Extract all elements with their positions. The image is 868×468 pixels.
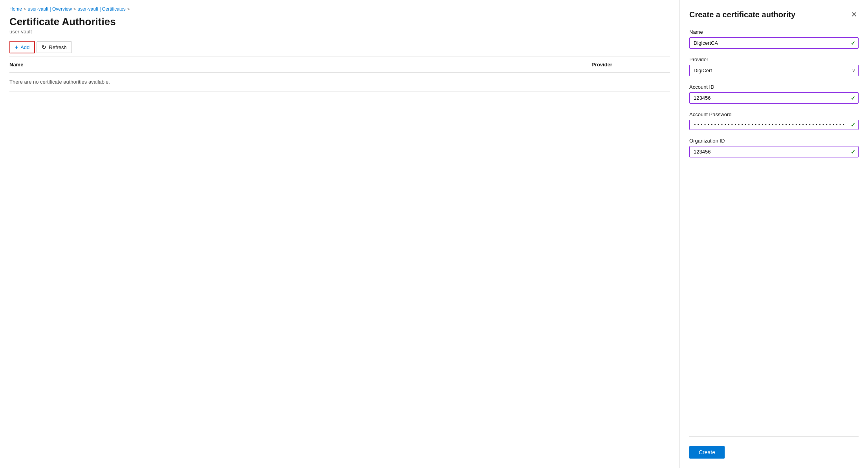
breadcrumb-sep-3: > <box>127 7 130 11</box>
breadcrumb: Home > user-vault | Overview > user-vaul… <box>9 6 670 12</box>
add-button-label: Add <box>20 44 29 50</box>
main-content: Home > user-vault | Overview > user-vaul… <box>0 0 679 468</box>
breadcrumb-sep-1: > <box>24 7 26 11</box>
account-id-input[interactable] <box>689 92 859 104</box>
refresh-button[interactable]: ↻ Refresh <box>37 41 72 53</box>
org-id-label: Organization ID <box>689 138 859 144</box>
account-password-label: Account Password <box>689 112 859 117</box>
breadcrumb-home[interactable]: Home <box>9 6 22 12</box>
right-panel: Create a certificate authority ✕ Name ✓ … <box>679 0 868 468</box>
page-subtitle: user-vault <box>9 29 670 35</box>
account-password-input-wrapper: ✓ <box>689 120 859 130</box>
create-button[interactable]: Create <box>689 446 725 459</box>
breadcrumb-certificates[interactable]: user-vault | Certificates <box>77 6 126 12</box>
toolbar: + Add ↻ Refresh <box>9 41 670 57</box>
create-button-label: Create <box>699 449 715 455</box>
table-header: Name Provider <box>9 57 670 73</box>
panel-footer: Create <box>689 436 859 459</box>
col-name: Name <box>9 60 591 69</box>
org-id-input[interactable] <box>689 146 859 157</box>
provider-select-wrapper: DigiCert GlobalSign ∨ <box>689 65 859 76</box>
org-id-check-icon: ✓ <box>851 149 855 155</box>
panel-title: Create a certificate authority <box>689 10 795 19</box>
col-provider: Provider <box>591 60 670 69</box>
org-id-input-wrapper: ✓ <box>689 146 859 157</box>
close-button[interactable]: ✕ <box>850 9 859 20</box>
panel-header: Create a certificate authority ✕ <box>689 9 859 20</box>
table-empty-message: There are no certificate authorities ava… <box>9 73 670 91</box>
name-field-group: Name ✓ <box>689 29 859 49</box>
account-password-field-group: Account Password ✓ <box>689 112 859 130</box>
provider-label: Provider <box>689 57 859 62</box>
refresh-button-label: Refresh <box>49 44 67 50</box>
name-input[interactable] <box>689 37 859 49</box>
account-id-label: Account ID <box>689 84 859 90</box>
account-id-input-wrapper: ✓ <box>689 92 859 104</box>
name-check-icon: ✓ <box>851 40 855 46</box>
name-label: Name <box>689 29 859 35</box>
close-icon: ✕ <box>851 11 857 18</box>
name-input-wrapper: ✓ <box>689 37 859 49</box>
add-button[interactable]: + Add <box>9 41 35 53</box>
provider-field-group: Provider DigiCert GlobalSign ∨ <box>689 57 859 76</box>
account-id-check-icon: ✓ <box>851 95 855 101</box>
account-id-field-group: Account ID ✓ <box>689 84 859 104</box>
refresh-icon: ↻ <box>42 44 46 50</box>
account-password-check-icon: ✓ <box>851 122 855 128</box>
org-id-field-group: Organization ID ✓ <box>689 138 859 157</box>
provider-select[interactable]: DigiCert GlobalSign <box>689 65 859 76</box>
plus-icon: + <box>15 44 18 50</box>
breadcrumb-sep-2: > <box>73 7 76 11</box>
account-password-input[interactable] <box>689 120 859 130</box>
page-title: Certificate Authorities <box>9 16 670 28</box>
breadcrumb-overview[interactable]: user-vault | Overview <box>27 6 71 12</box>
